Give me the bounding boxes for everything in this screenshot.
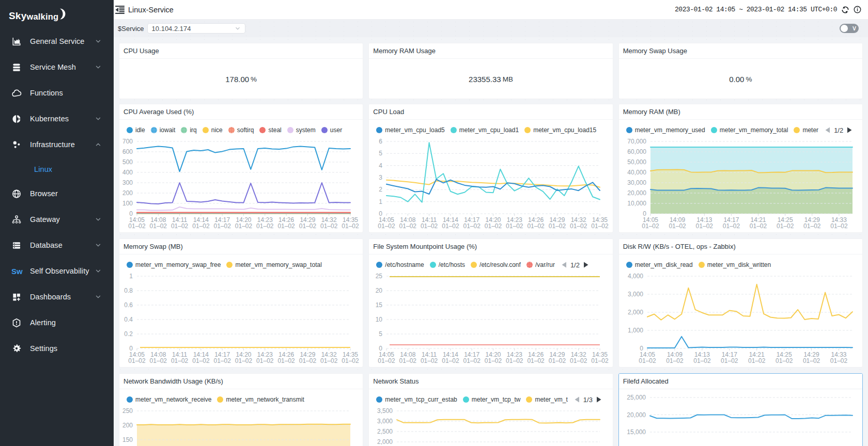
svg-text:01–02: 01–02 bbox=[421, 357, 438, 364]
svg-text:01–02: 01–02 bbox=[549, 222, 566, 230]
svg-text:01–02: 01–02 bbox=[669, 222, 686, 230]
svg-text:0.8: 0.8 bbox=[124, 287, 133, 294]
svg-text:01–02: 01–02 bbox=[776, 357, 793, 364]
svg-text:01–02: 01–02 bbox=[749, 222, 767, 230]
svg-text:01–02: 01–02 bbox=[721, 357, 738, 364]
svg-text:01–02: 01–02 bbox=[642, 222, 659, 230]
svg-text:01–02: 01–02 bbox=[378, 357, 396, 364]
svg-text:70,000: 70,000 bbox=[627, 138, 646, 145]
svg-text:01–02: 01–02 bbox=[128, 357, 146, 364]
svg-text:30,000: 30,000 bbox=[627, 179, 646, 186]
svg-text:01–02: 01–02 bbox=[722, 222, 740, 230]
svg-text:6: 6 bbox=[379, 138, 383, 145]
svg-text:01–02: 01–02 bbox=[830, 357, 847, 364]
svg-text:01–02: 01–02 bbox=[399, 222, 417, 230]
svg-text:5: 5 bbox=[379, 150, 383, 157]
svg-text:01–02: 01–02 bbox=[342, 357, 359, 364]
svg-text:01–02: 01–02 bbox=[192, 222, 210, 230]
svg-text:01–02: 01–02 bbox=[235, 222, 253, 230]
svg-text:01–02: 01–02 bbox=[528, 222, 545, 230]
svg-text:01–02: 01–02 bbox=[748, 357, 766, 364]
svg-text:3,000: 3,000 bbox=[377, 418, 393, 425]
svg-text:100: 100 bbox=[122, 200, 133, 207]
svg-text:01–02: 01–02 bbox=[171, 357, 189, 364]
svg-text:01–02: 01–02 bbox=[549, 357, 566, 364]
svg-text:4,000: 4,000 bbox=[628, 273, 643, 280]
svg-text:5: 5 bbox=[379, 330, 383, 338]
svg-text:01–02: 01–02 bbox=[214, 357, 231, 364]
svg-text:300: 300 bbox=[122, 179, 133, 186]
svg-text:20,000: 20,000 bbox=[627, 189, 646, 197]
svg-text:01–02: 01–02 bbox=[592, 222, 609, 230]
svg-text:1,000: 1,000 bbox=[628, 327, 643, 334]
svg-text:15,000: 15,000 bbox=[627, 428, 646, 436]
svg-text:25,000: 25,000 bbox=[627, 394, 646, 401]
svg-text:01–02: 01–02 bbox=[803, 222, 821, 230]
svg-text:400: 400 bbox=[122, 169, 133, 176]
svg-text:01–02: 01–02 bbox=[506, 357, 523, 364]
svg-text:700: 700 bbox=[122, 138, 133, 145]
svg-text:01–02: 01–02 bbox=[399, 357, 417, 364]
svg-text:01–02: 01–02 bbox=[666, 357, 684, 364]
svg-text:200: 200 bbox=[122, 189, 133, 197]
svg-text:01–02: 01–02 bbox=[421, 222, 438, 230]
svg-text:1: 1 bbox=[129, 273, 133, 280]
svg-text:01–02: 01–02 bbox=[378, 222, 396, 230]
svg-text:01–02: 01–02 bbox=[214, 222, 231, 230]
svg-text:01–02: 01–02 bbox=[803, 357, 820, 364]
svg-text:01–02: 01–02 bbox=[128, 222, 146, 230]
svg-text:01–02: 01–02 bbox=[299, 357, 317, 364]
svg-text:3,000: 3,000 bbox=[628, 291, 643, 298]
svg-text:01–02: 01–02 bbox=[192, 357, 210, 364]
svg-text:20: 20 bbox=[376, 287, 383, 294]
svg-text:2,000: 2,000 bbox=[377, 438, 393, 445]
svg-text:01–02: 01–02 bbox=[485, 222, 502, 230]
svg-text:150: 150 bbox=[122, 436, 133, 443]
svg-text:2: 2 bbox=[379, 186, 383, 193]
svg-text:01–02: 01–02 bbox=[528, 357, 545, 364]
svg-text:600: 600 bbox=[122, 148, 133, 155]
svg-text:01–02: 01–02 bbox=[570, 357, 587, 364]
svg-text:0.4: 0.4 bbox=[124, 316, 133, 323]
svg-text:01–02: 01–02 bbox=[442, 222, 460, 230]
svg-text:4: 4 bbox=[379, 162, 383, 169]
svg-text:01–02: 01–02 bbox=[277, 357, 295, 364]
svg-text:01–02: 01–02 bbox=[463, 222, 481, 230]
svg-text:10: 10 bbox=[376, 316, 383, 323]
svg-text:0.6: 0.6 bbox=[124, 301, 133, 309]
svg-text:01–02: 01–02 bbox=[235, 357, 253, 364]
svg-text:01–02: 01–02 bbox=[639, 357, 656, 364]
svg-text:15: 15 bbox=[376, 301, 383, 309]
svg-text:01–02: 01–02 bbox=[320, 222, 338, 230]
svg-text:01–02: 01–02 bbox=[256, 357, 274, 364]
svg-text:1: 1 bbox=[379, 198, 383, 205]
svg-text:01–02: 01–02 bbox=[693, 357, 711, 364]
svg-text:25: 25 bbox=[376, 273, 383, 280]
svg-text:40,000: 40,000 bbox=[627, 169, 646, 176]
svg-text:01–02: 01–02 bbox=[171, 222, 189, 230]
svg-text:500: 500 bbox=[122, 158, 133, 166]
svg-text:01–02: 01–02 bbox=[485, 357, 502, 364]
svg-text:01–02: 01–02 bbox=[592, 357, 609, 364]
svg-text:20,000: 20,000 bbox=[627, 411, 646, 419]
svg-text:60,000: 60,000 bbox=[627, 148, 646, 155]
svg-text:2,500: 2,500 bbox=[377, 428, 393, 435]
svg-text:250: 250 bbox=[122, 407, 133, 415]
svg-text:01–02: 01–02 bbox=[342, 222, 359, 230]
svg-text:01–02: 01–02 bbox=[777, 222, 794, 230]
svg-text:01–02: 01–02 bbox=[442, 357, 460, 364]
svg-text:10,000: 10,000 bbox=[627, 200, 646, 207]
svg-text:200: 200 bbox=[122, 422, 133, 429]
svg-text:01–02: 01–02 bbox=[277, 222, 295, 230]
svg-text:0.2: 0.2 bbox=[124, 330, 133, 338]
svg-text:01–02: 01–02 bbox=[506, 222, 523, 230]
svg-text:01–02: 01–02 bbox=[695, 222, 713, 230]
svg-text:01–02: 01–02 bbox=[320, 357, 338, 364]
svg-text:3,500: 3,500 bbox=[377, 407, 393, 415]
svg-text:01–02: 01–02 bbox=[570, 222, 587, 230]
svg-text:50,000: 50,000 bbox=[627, 158, 646, 166]
svg-text:2,000: 2,000 bbox=[628, 309, 643, 316]
svg-text:01–02: 01–02 bbox=[150, 222, 167, 230]
svg-text:01–02: 01–02 bbox=[299, 222, 317, 230]
svg-text:01–02: 01–02 bbox=[256, 222, 274, 230]
